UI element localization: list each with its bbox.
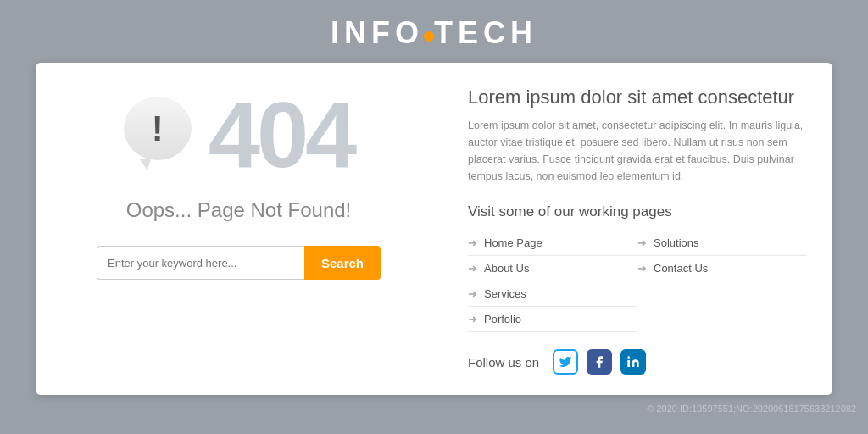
body-text: Lorem ipsum dolor sit amet, consectetur … — [468, 117, 807, 185]
svg-point-0 — [628, 356, 631, 359]
links-col2: ➜ Solutions ➜ Contact Us — [637, 231, 807, 332]
search-input[interactable] — [97, 246, 304, 280]
exclamation-icon: ! — [152, 111, 164, 147]
speech-bubble-body: ! — [124, 97, 192, 160]
right-panel: Lorem ipsum dolor sit amet consectetur L… — [442, 63, 832, 395]
links-col1: ➜ Home Page ➜ About Us ➜ Services ➜ Porf… — [468, 231, 637, 332]
links-grid: ➜ Home Page ➜ About Us ➜ Services ➜ Porf… — [468, 231, 807, 332]
error-message: Oops... Page Not Found! — [126, 198, 352, 222]
header: INFOTECH — [0, 0, 868, 63]
facebook-icon[interactable] — [587, 349, 612, 375]
link-label: Porfolio — [484, 313, 521, 326]
follow-label: Follow us on — [468, 355, 539, 370]
error-section: ! 404 — [124, 88, 354, 181]
link-label: Contact Us — [654, 262, 708, 275]
link-label: Home Page — [484, 236, 542, 249]
section-title: Lorem ipsum dolor sit amet consectetur — [468, 86, 807, 108]
speech-bubble: ! — [124, 97, 200, 173]
link-label: Services — [484, 287, 526, 300]
footer-text: © 2020 ID:19597551;NO:202006181756332120… — [647, 403, 856, 414]
search-button[interactable]: Search — [304, 246, 381, 280]
link-aboutus[interactable]: ➜ About Us — [468, 256, 637, 281]
main-card: ! 404 Oops... Page Not Found! Search Lor… — [36, 63, 832, 395]
arrow-icon: ➜ — [468, 262, 477, 275]
arrow-icon: ➜ — [468, 287, 477, 300]
logo-dot — [424, 31, 434, 42]
logo-suffix: TECH — [434, 15, 537, 50]
linkedin-icon[interactable] — [620, 349, 646, 375]
link-porfolio[interactable]: ➜ Porfolio — [468, 307, 637, 332]
logo-prefix: INFO — [331, 15, 424, 50]
left-panel: ! 404 Oops... Page Not Found! Search — [36, 63, 442, 395]
link-label: Solutions — [654, 236, 698, 249]
link-homepage[interactable]: ➜ Home Page — [468, 231, 637, 256]
arrow-icon: ➜ — [468, 313, 477, 326]
search-row: Search — [97, 246, 381, 280]
working-pages-title: Visit some of our working pages — [468, 203, 807, 220]
twitter-icon[interactable] — [553, 349, 578, 375]
page-wrapper: INFOTECH ! 404 Oops... Page Not Found! S… — [0, 0, 868, 434]
follow-section: Follow us on — [468, 349, 807, 375]
link-label: About Us — [484, 262, 529, 275]
error-code: 404 — [209, 88, 354, 181]
arrow-icon: ➜ — [468, 236, 477, 249]
link-services[interactable]: ➜ Services — [468, 281, 637, 307]
logo: INFOTECH — [331, 15, 537, 51]
footer: © 2020 ID:19597551;NO:202006181756332120… — [0, 398, 868, 419]
link-contactus[interactable]: ➜ Contact Us — [637, 256, 807, 281]
arrow-icon: ➜ — [637, 236, 647, 249]
link-solutions[interactable]: ➜ Solutions — [637, 231, 807, 256]
arrow-icon: ➜ — [637, 262, 647, 275]
